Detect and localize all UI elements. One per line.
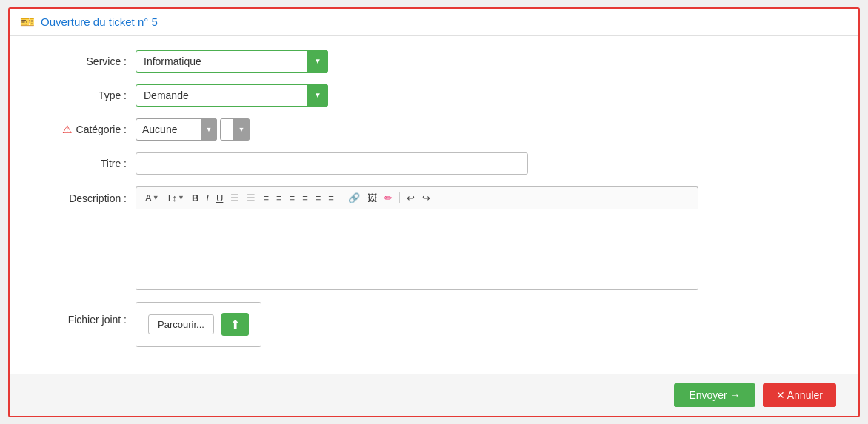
type-label: Type : xyxy=(32,90,136,101)
toolbar-heading-arrow-icon: ▼ xyxy=(178,194,184,201)
link-icon: 🔗 xyxy=(348,192,360,203)
highlight-icon: ✏ xyxy=(384,192,393,203)
category-select1[interactable]: Aucune Matériel Logiciel Réseau xyxy=(136,118,217,141)
attachment-label: Fichier joint : xyxy=(32,302,136,326)
card-footer: Envoyer → ✕ Annuler xyxy=(10,374,858,416)
card-header: 🎫 Ouverture du ticket n° 5 xyxy=(10,9,858,36)
toolbar-redo-button[interactable]: ↪ xyxy=(419,191,433,205)
toolbar-align-center-button[interactable]: ≡ xyxy=(273,191,285,205)
undo-icon: ↩ xyxy=(407,192,415,203)
service-select[interactable]: Informatique RH Comptabilité Direction xyxy=(136,50,328,73)
service-select-wrapper: Informatique RH Comptabilité Direction xyxy=(136,50,328,73)
file-box: Parcourir... ⬆ xyxy=(136,302,261,347)
warning-icon: ⚠ xyxy=(62,123,72,136)
toolbar-highlight-button[interactable]: ✏ xyxy=(381,191,395,205)
toolbar-bold-button[interactable]: B xyxy=(189,191,201,205)
title-row: Titre : xyxy=(32,152,836,175)
ticket-icon: 🎫 xyxy=(20,15,35,29)
ticket-form-card: 🎫 Ouverture du ticket n° 5 Service : Inf… xyxy=(8,7,860,417)
category-select2-wrapper xyxy=(220,118,250,141)
card-title: Ouverture du ticket n° 5 xyxy=(41,16,158,28)
service-label: Service : xyxy=(32,55,136,67)
toolbar-ul-button[interactable]: ☰ xyxy=(227,191,242,205)
title-label: Titre : xyxy=(32,158,136,169)
editor-wrapper: A▼ T↕▼ B I U xyxy=(136,186,698,290)
toolbar-image-button[interactable]: 🖼 xyxy=(364,191,380,205)
toolbar-align-left-button[interactable]: ≡ xyxy=(260,191,272,205)
upload-button[interactable]: ⬆ xyxy=(221,313,249,336)
send-button[interactable]: Envoyer → xyxy=(674,383,755,407)
attachment-row: Fichier joint : Parcourir... ⬆ xyxy=(32,302,836,347)
description-editor[interactable] xyxy=(136,209,698,290)
category-label: ⚠ Catégorie : xyxy=(32,123,136,136)
title-input[interactable] xyxy=(136,152,528,175)
upload-icon: ⬆ xyxy=(230,318,240,331)
editor-toolbar: A▼ T↕▼ B I U xyxy=(136,186,698,209)
toolbar-align-right-button[interactable]: ≡ xyxy=(287,191,298,205)
category-row: ⚠ Catégorie : Aucune Matériel Logiciel R… xyxy=(32,118,836,141)
category-selects-group: Aucune Matériel Logiciel Réseau xyxy=(136,118,250,141)
toolbar-font-button[interactable]: A▼ xyxy=(142,191,162,205)
service-row: Service : Informatique RH Comptabilité D… xyxy=(32,50,836,73)
toolbar-undo-button[interactable]: ↩ xyxy=(404,191,418,205)
cancel-button[interactable]: ✕ Annuler xyxy=(763,383,836,407)
toolbar-heading-button[interactable]: T↕▼ xyxy=(164,191,187,205)
description-label: Description : xyxy=(32,186,136,204)
toolbar-indent-button[interactable]: ≡ xyxy=(313,191,324,205)
type-select-wrapper: Demande Incident Problème xyxy=(136,84,328,107)
category-select2[interactable] xyxy=(220,118,250,141)
description-row: Description : A▼ T↕▼ B xyxy=(32,186,836,290)
toolbar-ol-button[interactable]: ☰ xyxy=(244,191,258,205)
browse-button[interactable]: Parcourir... xyxy=(148,314,214,334)
card-body: Service : Informatique RH Comptabilité D… xyxy=(10,36,858,374)
toolbar-underline-button[interactable]: U xyxy=(213,191,226,205)
toolbar-outdent-button[interactable]: ≡ xyxy=(325,191,337,205)
toolbar-separator2 xyxy=(399,192,400,203)
toolbar-separator xyxy=(341,192,341,203)
toolbar-font-arrow-icon: ▼ xyxy=(153,194,159,201)
category-select1-wrapper: Aucune Matériel Logiciel Réseau xyxy=(136,118,217,141)
type-select[interactable]: Demande Incident Problème xyxy=(136,84,328,107)
image-icon: 🖼 xyxy=(367,192,377,203)
toolbar-link-button[interactable]: 🔗 xyxy=(345,191,363,205)
redo-icon: ↪ xyxy=(422,192,430,203)
toolbar-align-justify-button[interactable]: ≡ xyxy=(299,191,311,205)
type-row: Type : Demande Incident Problème xyxy=(32,84,836,107)
toolbar-italic-button[interactable]: I xyxy=(203,191,212,205)
